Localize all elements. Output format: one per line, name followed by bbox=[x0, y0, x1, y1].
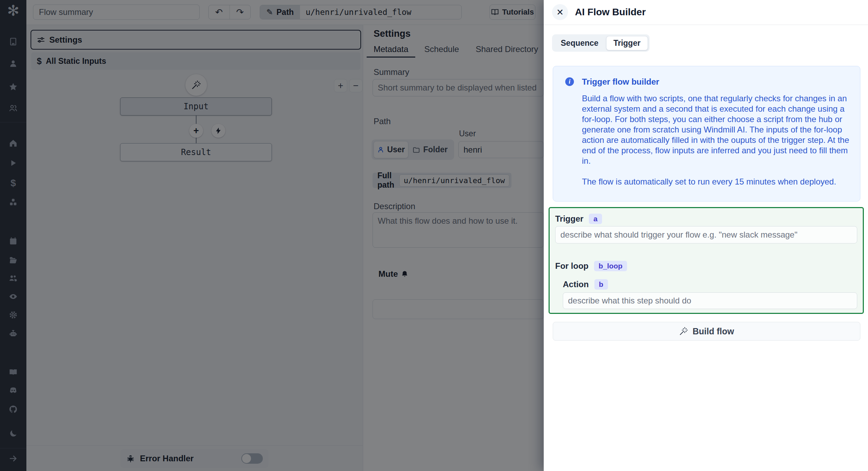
dark-mode-moon-icon[interactable] bbox=[9, 429, 18, 438]
variables-dollar-icon[interactable]: $ bbox=[9, 178, 18, 187]
plus-icon: + bbox=[193, 126, 199, 136]
info-body: Build a flow with two scripts, one that … bbox=[582, 93, 853, 197]
user-icon[interactable] bbox=[9, 59, 18, 68]
add-step-button[interactable]: + bbox=[189, 124, 203, 138]
runs-play-icon[interactable] bbox=[9, 159, 18, 168]
zoom-in-button[interactable]: + bbox=[334, 79, 347, 92]
result-node[interactable]: Result bbox=[120, 143, 272, 161]
input-node[interactable]: Input bbox=[120, 97, 272, 115]
ai-flow-builder-panel: ✕ AI Flow Builder Sequence Trigger i Tri… bbox=[544, 0, 868, 471]
user-field-label: User bbox=[459, 129, 476, 138]
trigger-description-input[interactable] bbox=[555, 226, 857, 243]
owner-input[interactable] bbox=[458, 141, 544, 158]
discord-icon[interactable] bbox=[9, 386, 18, 395]
full-path-value: u/henri/unrivaled_flow bbox=[399, 174, 509, 187]
extra-settings-input[interactable] bbox=[373, 299, 544, 319]
build-flow-button[interactable]: Build flow bbox=[553, 322, 860, 341]
person-icon bbox=[377, 146, 384, 153]
ai-robot-icon[interactable] bbox=[9, 329, 18, 338]
settings-panel-title: Settings bbox=[374, 28, 411, 39]
trigger-flow-form: Trigger a For loop b_loop Action b bbox=[549, 207, 864, 314]
action-step-badge: b bbox=[594, 279, 608, 290]
groups-icon[interactable] bbox=[9, 104, 18, 113]
docs-book-icon[interactable] bbox=[9, 368, 18, 377]
info-paragraph-1: Build a flow with two scripts, one that … bbox=[582, 93, 853, 166]
edit-path-button[interactable]: ✎ Path bbox=[260, 5, 300, 19]
tab-sequence[interactable]: Sequence bbox=[554, 36, 606, 50]
owner-kind-user-button[interactable]: User bbox=[374, 141, 408, 158]
sidebar-divider bbox=[0, 448, 26, 448]
flow-summary-input[interactable] bbox=[33, 5, 200, 20]
summary-input[interactable] bbox=[373, 79, 544, 96]
error-handler-toggle[interactable] bbox=[241, 453, 263, 464]
path-value: u/henri/unrivaled_flow bbox=[300, 5, 417, 19]
action-description-input[interactable] bbox=[563, 292, 857, 309]
tab-shared-directory[interactable]: Shared Directory bbox=[476, 44, 538, 54]
full-path-row: Full path u/henri/unrivaled_flow bbox=[373, 173, 511, 188]
error-handler-row: Error Handler bbox=[120, 449, 268, 468]
github-icon[interactable] bbox=[9, 405, 18, 414]
settings-gear-icon[interactable] bbox=[9, 310, 18, 319]
active-tab-underline bbox=[367, 57, 415, 58]
bug-icon bbox=[126, 454, 135, 463]
lightning-icon bbox=[215, 127, 222, 135]
ai-wand-button[interactable] bbox=[185, 74, 207, 96]
close-icon[interactable]: ✕ bbox=[552, 4, 568, 20]
error-handler-label: Error Handler bbox=[140, 454, 194, 463]
magic-wand-icon bbox=[191, 80, 201, 90]
tutorials-button[interactable]: Tutorials bbox=[490, 5, 535, 20]
trigger-step-badge: a bbox=[589, 214, 602, 224]
sliders-icon bbox=[37, 36, 45, 44]
undo-icon[interactable]: ↶ bbox=[209, 5, 229, 19]
settings-step-label: Settings bbox=[49, 35, 82, 45]
ai-panel-tabs: Sequence Trigger bbox=[552, 34, 650, 52]
audit-eye-icon[interactable] bbox=[9, 292, 18, 301]
workspace-icon[interactable] bbox=[9, 37, 18, 46]
favorites-star-icon[interactable] bbox=[9, 82, 18, 91]
description-textarea[interactable] bbox=[373, 212, 544, 248]
windmill-flow-editor: ✻ $ bbox=[0, 0, 868, 471]
summary-label: Summary bbox=[374, 67, 409, 77]
resources-boxes-icon[interactable] bbox=[9, 198, 18, 207]
collapse-arrow-icon[interactable] bbox=[9, 454, 18, 463]
sidebar-divider bbox=[0, 122, 26, 122]
zoom-out-button[interactable]: − bbox=[349, 79, 362, 92]
mute-row[interactable]: Mute bbox=[378, 269, 409, 279]
pencil-icon: ✎ bbox=[266, 8, 273, 17]
tutorials-label: Tutorials bbox=[502, 8, 534, 17]
folders-icon[interactable] bbox=[9, 256, 18, 265]
trigger-bolt-button[interactable] bbox=[211, 124, 225, 138]
flow-footer-divider bbox=[26, 445, 363, 446]
workers-users-gear-icon[interactable] bbox=[9, 274, 18, 283]
flow-settings-step-button[interactable]: Settings bbox=[31, 30, 361, 50]
mute-label: Mute bbox=[378, 269, 398, 279]
full-path-label: Full path bbox=[377, 171, 394, 190]
schedules-calendar-icon[interactable] bbox=[9, 237, 18, 246]
undo-redo-group: ↶ ↷ bbox=[208, 5, 251, 19]
bell-icon bbox=[401, 270, 409, 278]
user-toggle-label: User bbox=[387, 145, 405, 154]
home-icon[interactable] bbox=[9, 139, 18, 148]
sidebar: ✻ $ bbox=[0, 0, 26, 471]
toggle-knob bbox=[242, 454, 251, 463]
owner-kind-folder-button[interactable]: Folder bbox=[412, 141, 448, 158]
action-step-label: Action bbox=[563, 280, 589, 289]
dollar-icon: $ bbox=[37, 56, 42, 66]
folder-icon bbox=[412, 146, 420, 154]
folder-toggle-label: Folder bbox=[423, 145, 448, 154]
windmill-logo-icon[interactable]: ✻ bbox=[0, 3, 26, 18]
build-flow-label: Build flow bbox=[693, 326, 734, 336]
trigger-step-label: Trigger bbox=[555, 214, 583, 224]
redo-icon[interactable]: ↷ bbox=[229, 5, 251, 19]
tab-trigger[interactable]: Trigger bbox=[606, 36, 648, 50]
path-group: ✎ Path u/henri/unrivaled_flow bbox=[260, 5, 462, 19]
tab-schedule[interactable]: Schedule bbox=[424, 44, 459, 54]
all-static-inputs-button[interactable]: $ All Static Inputs bbox=[31, 52, 360, 70]
info-title: Trigger flow builder bbox=[582, 77, 659, 87]
panel-divider bbox=[544, 25, 868, 25]
book-icon bbox=[491, 8, 499, 16]
info-paragraph-2: The flow is automatically set to run eve… bbox=[582, 177, 853, 187]
tab-metadata[interactable]: Metadata bbox=[374, 44, 408, 54]
path-chip-label: Path bbox=[276, 8, 294, 17]
all-static-inputs-label: All Static Inputs bbox=[46, 57, 106, 66]
